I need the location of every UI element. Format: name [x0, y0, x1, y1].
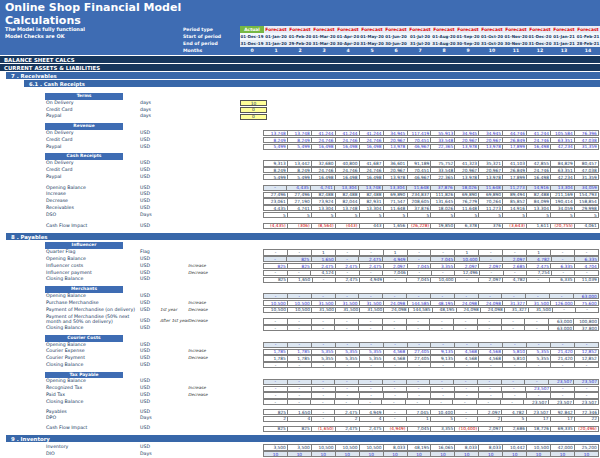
assumption-input[interactable]: 0 — [240, 114, 267, 120]
value-cell: 11,648 — [455, 205, 479, 211]
value-cell: 31,327 — [505, 307, 529, 313]
row-unit: USD — [140, 444, 150, 451]
value-cell: - — [312, 318, 336, 324]
value-cell: 154,793 — [575, 192, 599, 198]
value-cell: 25,200 — [575, 444, 599, 450]
value-cell: 5 — [527, 212, 551, 218]
value-cell: - — [431, 362, 455, 368]
data-row: PayablesUSD8251,650-2,4754,949-7,04510,4… — [0, 409, 600, 416]
period-start-cell: 01-Mar-20 — [312, 33, 336, 40]
value-cell: 8,033 — [455, 444, 479, 450]
value-cell: 13,748 — [359, 185, 383, 191]
value-cell: - — [288, 318, 312, 324]
value-cell: 82,931 — [360, 198, 384, 204]
value-cell: - — [575, 249, 599, 255]
period-end-cell: 31-May-20 — [360, 40, 384, 47]
value-cell: 5,355 — [360, 355, 384, 361]
value-cell: 10,500 — [288, 300, 312, 306]
value-cell: - — [311, 399, 335, 405]
row-label: DSO — [46, 212, 56, 219]
row-label: DIO — [46, 451, 55, 458]
value-cell: - — [431, 392, 455, 398]
data-row: Courier PaymentUSDDecrease1,7851,7855,35… — [0, 355, 600, 362]
value-cell: 37,800 — [574, 325, 599, 331]
value-cell: - — [503, 392, 527, 398]
value-cell: 211,169 — [551, 192, 575, 198]
value-cell: 16,498 — [336, 174, 360, 180]
row-cells: -------------- — [263, 392, 599, 398]
value-cell: - — [383, 293, 407, 299]
value-cell: 10,500 — [360, 444, 384, 450]
value-cell: 5,499 — [264, 174, 288, 180]
row-note-direction: Increase — [188, 348, 206, 355]
row-cells: 3,5003,50010,50010,50010,5008,03348,1951… — [263, 444, 599, 450]
value-cell: - — [312, 293, 336, 299]
value-cell: 9,135 — [431, 349, 455, 355]
value-cell: 24,098 — [481, 307, 505, 313]
value-cell: 5 — [431, 212, 455, 218]
value-cell: 41,244 — [360, 130, 384, 136]
value-cell: 23,507 — [527, 409, 551, 415]
value-cell: - — [552, 256, 575, 262]
row-cells: -------------- — [263, 342, 599, 348]
value-cell: 82,488 — [336, 192, 360, 198]
value-cell: - — [455, 416, 478, 422]
value-cell: 63,351 — [551, 137, 575, 143]
value-cell: - — [430, 318, 454, 324]
value-cell: (20,496) — [575, 426, 599, 432]
value-cell: 5 — [264, 212, 288, 218]
value-cell: 10,400 — [455, 256, 479, 262]
value-cell: - — [550, 293, 574, 299]
value-cell: 13,304 — [360, 205, 384, 211]
value-cell: - — [288, 325, 312, 331]
value-cell: (443) — [336, 223, 360, 229]
value-cell: - — [264, 392, 288, 398]
value-cell: 13,304 — [551, 185, 575, 191]
data-row: Paid TaxUSDDecrease-------------- — [0, 392, 600, 399]
value-cell: 23,507 — [526, 386, 551, 392]
row-unit: Days — [140, 415, 152, 422]
row-cells: 8251,650-2,4754,949-7,04510,400-2,0974,7… — [263, 409, 599, 415]
input-row: Credit Carddays0 — [0, 107, 600, 114]
value-cell: 4,782 — [503, 277, 527, 283]
value-cell: - — [502, 293, 526, 299]
row-label: Inventory — [46, 444, 68, 451]
period-start-cell: 01-Feb-20 — [288, 33, 312, 40]
value-cell: 6,378 — [455, 223, 479, 229]
value-cell: - — [336, 392, 360, 398]
period-end-cell: 31-Aug-20 — [432, 40, 456, 47]
value-cell: - — [288, 392, 312, 398]
row-label: Opening Balance — [46, 378, 86, 385]
value-cell: 1,785 — [264, 349, 288, 355]
value-cell: 11,273 — [479, 205, 503, 211]
value-cell: 4 — [360, 416, 384, 422]
value-cell: 825 — [264, 277, 288, 283]
value-cell: 18,726 — [527, 426, 551, 432]
value-cell: 4,782 — [502, 409, 526, 415]
value-cell: - — [336, 256, 359, 262]
value-cell: 2,097 — [503, 256, 527, 262]
assumption-input[interactable]: 10 — [240, 100, 267, 106]
value-cell: 42,855 — [527, 160, 551, 166]
data-row: InventoryUSD3,5003,50010,50010,50010,500… — [0, 444, 600, 451]
assumption-input[interactable]: 0 — [240, 107, 267, 113]
value-cell: 17,899 — [503, 144, 527, 150]
value-cell: 9,313 — [264, 160, 288, 166]
value-cell: - — [551, 392, 575, 398]
value-cell: 11,648 — [479, 185, 503, 191]
value-cell: - — [527, 277, 550, 283]
value-cell: - — [359, 318, 383, 324]
value-cell: 82,044 — [336, 198, 360, 204]
period-start-cell: 01-Jan-21 — [552, 33, 576, 40]
row-unit: USD — [140, 263, 150, 270]
value-cell: - — [407, 318, 431, 324]
row-unit: USD — [140, 342, 150, 349]
value-cell: 24,746 — [312, 167, 336, 173]
row-cells: 8,2498,24924,74624,74624,74620,96770,451… — [263, 167, 599, 173]
row-cells: -----------23,50723,50723,507 — [263, 399, 599, 405]
value-cell: (10,400) — [455, 426, 479, 432]
period-start-cell: 01-Dec-19 — [240, 33, 264, 40]
value-cell: - — [478, 325, 502, 331]
row-cells: 8258252,4752,4752,4752,0977,0453,3552,09… — [263, 263, 599, 269]
value-cell: 144,585 — [408, 300, 432, 306]
